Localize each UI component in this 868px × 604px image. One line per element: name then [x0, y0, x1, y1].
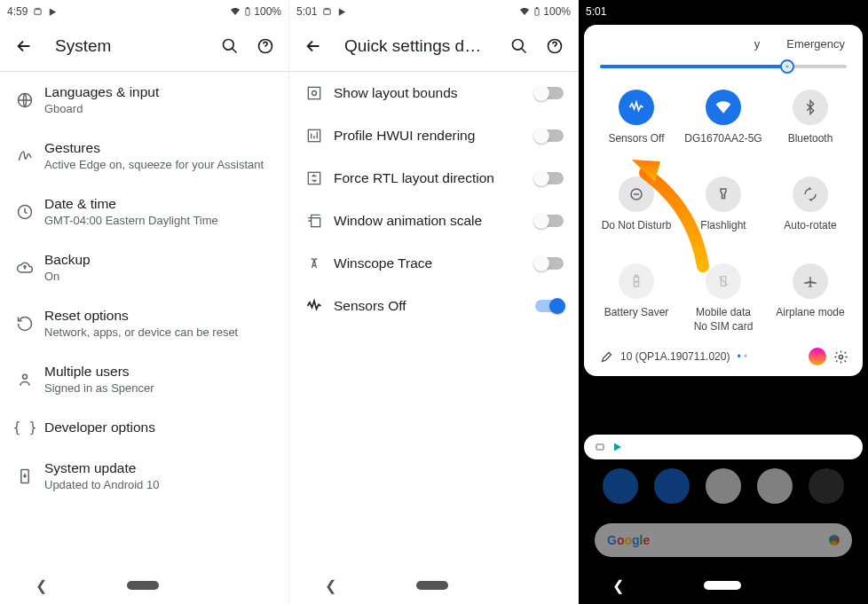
- row-sensors-off[interactable]: Sensors Off: [289, 285, 578, 327]
- globe-icon: [9, 91, 41, 109]
- tile-grid: Sensors Off DG1670AA2-5G Bluetooth Do No…: [591, 86, 856, 342]
- svg-point-24: [839, 355, 842, 358]
- tile-bluetooth[interactable]: Bluetooth: [769, 90, 852, 157]
- play-app-icon[interactable]: [706, 468, 741, 504]
- search-icon[interactable]: [221, 37, 239, 55]
- appbar: Quick settings develop…: [289, 21, 578, 71]
- gear-icon[interactable]: [833, 349, 848, 365]
- shade-footer: 10 (QP1A.190711.020) • •: [591, 342, 856, 367]
- svg-rect-25: [596, 444, 604, 450]
- row-layout-bounds[interactable]: Show layout bounds: [289, 72, 578, 114]
- tile-dnd[interactable]: Do Not Disturb: [595, 176, 678, 244]
- help-icon[interactable]: [546, 37, 564, 55]
- brightness-thumb-icon[interactable]: [780, 59, 794, 74]
- status-bar: 5:01 100%: [289, 0, 578, 21]
- nav-back-icon[interactable]: ❮: [325, 577, 336, 594]
- phone-app-icon[interactable]: [603, 468, 638, 504]
- status-battery: 100%: [543, 5, 571, 18]
- svg-rect-9: [324, 9, 330, 14]
- row-developer[interactable]: { } Developer options: [0, 407, 288, 448]
- nav-home-pill[interactable]: [416, 581, 448, 590]
- tile-wifi[interactable]: DG1670AA2-5G: [682, 90, 765, 157]
- play-store-icon: [612, 442, 623, 452]
- wifi-icon: [706, 90, 741, 125]
- svg-point-3: [224, 40, 234, 51]
- back-icon[interactable]: [304, 36, 323, 56]
- row-animation[interactable]: Window animation scale: [289, 200, 578, 242]
- toggle-switch[interactable]: [535, 172, 564, 184]
- build-label: 10 (QP1A.190711.020): [620, 350, 730, 363]
- trace-icon: [298, 255, 330, 272]
- reset-icon: [9, 315, 41, 333]
- svg-rect-1: [246, 9, 249, 16]
- profile-icon: [298, 127, 330, 145]
- help-icon[interactable]: [256, 37, 274, 55]
- svg-rect-0: [35, 9, 41, 14]
- back-icon[interactable]: [14, 36, 34, 56]
- nav-back-icon[interactable]: ❮: [612, 577, 624, 594]
- row-backup[interactable]: BackupOn: [0, 239, 288, 295]
- home-search-bar[interactable]: Google: [595, 523, 852, 557]
- braces-icon: { }: [9, 420, 41, 435]
- wifi-icon: [518, 6, 531, 17]
- quick-settings-shade[interactable]: y Emergency Sensors Off DG1670AA2-5G Blu…: [584, 25, 863, 376]
- svg-rect-22: [635, 275, 638, 277]
- dnd-icon: [619, 176, 654, 212]
- row-rtl[interactable]: Force RTL layout direction: [289, 157, 578, 200]
- tile-battery-saver[interactable]: Battery Saver: [595, 263, 678, 333]
- row-update[interactable]: System updateUpdated to Android 10: [0, 448, 288, 504]
- battery-icon: [243, 5, 252, 18]
- messages-app-icon[interactable]: [654, 468, 690, 504]
- toggle-switch[interactable]: [535, 257, 564, 270]
- row-reset[interactable]: Reset optionsNetwork, apps, or device ca…: [0, 295, 288, 351]
- screenshot-icon: [595, 442, 605, 452]
- svg-rect-14: [308, 87, 320, 98]
- emergency-link[interactable]: Emergency: [786, 37, 845, 51]
- chrome-app-icon[interactable]: [757, 468, 793, 504]
- tile-sensors-off[interactable]: Sensors Off: [595, 90, 678, 157]
- row-users[interactable]: Multiple usersSigned in as Spencer: [0, 351, 288, 407]
- row-hwui[interactable]: Profile HWUI rendering: [289, 114, 578, 157]
- play-store-icon: [48, 7, 58, 17]
- quick-settings-shade-panel: 5:01 y Emergency Sensors Off DG1670AA2-5…: [579, 0, 868, 604]
- row-datetime[interactable]: Date & timeGMT-04:00 Eastern Daylight Ti…: [0, 184, 288, 239]
- edit-icon[interactable]: [600, 350, 613, 364]
- nav-home-pill[interactable]: [127, 581, 159, 590]
- svg-rect-2: [247, 7, 249, 8]
- rotate-icon: [793, 176, 828, 212]
- nav-bar: ❮: [0, 567, 288, 604]
- svg-point-15: [312, 91, 317, 96]
- svg-rect-17: [308, 172, 320, 184]
- camera-app-icon[interactable]: [809, 468, 844, 504]
- tile-autorotate[interactable]: Auto-rotate: [769, 176, 852, 244]
- toggle-switch[interactable]: [535, 87, 564, 99]
- status-time: 5:01: [586, 5, 606, 18]
- tile-flashlight[interactable]: Flashlight: [682, 176, 765, 244]
- quick-settings-dev-panel: 5:01 100% Quick settings develop… Show l…: [289, 0, 579, 604]
- toggle-switch[interactable]: [535, 215, 564, 227]
- toggle-switch[interactable]: [535, 300, 564, 312]
- status-bar: 5:01: [579, 0, 868, 21]
- nav-home-pill[interactable]: [704, 581, 741, 590]
- row-gestures[interactable]: GesturesActive Edge on, squeeze for your…: [0, 128, 288, 184]
- toggle-switch[interactable]: [535, 129, 564, 142]
- notification-strip[interactable]: [584, 435, 863, 459]
- status-battery: 100%: [254, 5, 281, 18]
- tile-mobile-data[interactable]: Mobile data No SIM card: [682, 263, 765, 333]
- sensors-icon: [619, 90, 654, 125]
- nav-bar: ❮: [289, 567, 578, 604]
- row-languages[interactable]: Languages & inputGboard: [0, 72, 288, 128]
- nav-back-icon[interactable]: ❮: [36, 577, 47, 594]
- gesture-icon: [9, 147, 41, 165]
- battery-icon: [533, 5, 541, 18]
- row-winscope[interactable]: Winscope Trace: [289, 242, 578, 285]
- svg-rect-11: [536, 7, 538, 8]
- user-avatar[interactable]: [809, 348, 826, 365]
- shade-header: y Emergency: [591, 37, 856, 59]
- svg-point-19: [786, 66, 789, 68]
- page-title: System: [55, 36, 200, 56]
- svg-point-12: [513, 40, 524, 51]
- search-icon[interactable]: [510, 37, 528, 55]
- brightness-slider[interactable]: [600, 65, 847, 68]
- tile-airplane[interactable]: Airplane mode: [769, 263, 852, 333]
